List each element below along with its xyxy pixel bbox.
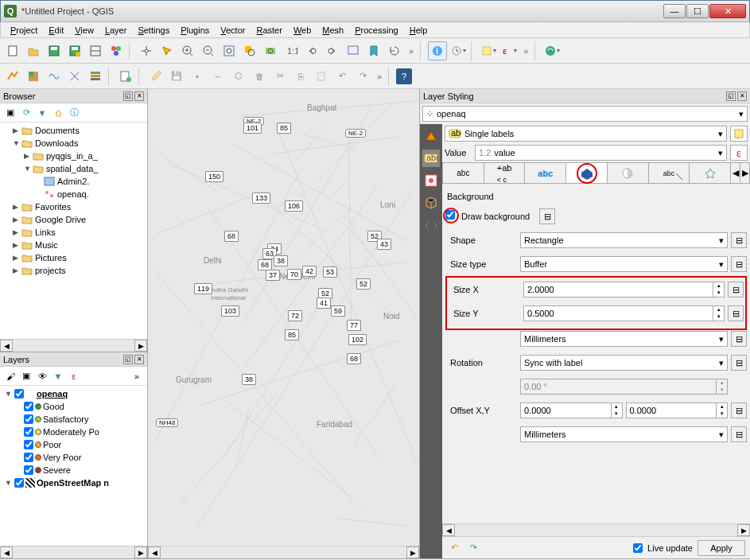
layers-hscroll[interactable]: ◀▶ <box>0 546 147 558</box>
layer-row[interactable]: Moderately Po <box>2 426 146 438</box>
callouts-tab[interactable]: abc <box>649 162 690 183</box>
placement-tab[interactable] <box>690 162 731 183</box>
offset-y-input[interactable]: 0.0000▴▾ <box>626 402 729 418</box>
tree-item[interactable]: ▶projects <box>2 264 146 277</box>
save-as-button[interactable] <box>65 41 84 60</box>
offset-unit-select[interactable]: Millimeters▾ <box>520 426 728 442</box>
add-wms-button[interactable] <box>86 67 105 86</box>
new-shapefile-button[interactable] <box>116 67 135 86</box>
history-tab-icon[interactable] <box>422 216 440 234</box>
layers-list[interactable]: ▼openaqGoodSatisfactoryModerately PoPoor… <box>0 386 147 546</box>
size-type-select[interactable]: Buffer▾ <box>520 256 728 272</box>
redo-button[interactable]: ↷ <box>353 67 372 86</box>
zoom-next-button[interactable] <box>323 41 342 60</box>
styling-layer-select[interactable]: ⁘ openaq ▾ <box>422 106 748 122</box>
layer-filter-icon[interactable]: ▼ <box>51 369 65 383</box>
tree-item[interactable]: ▶pyqgis_in_a_ <box>2 150 146 162</box>
zoom-last-button[interactable] <box>302 41 321 60</box>
tabs-scroll-left[interactable]: ◀ <box>731 162 740 183</box>
menu-layer[interactable]: Layer <box>100 24 132 37</box>
browser-undock-button[interactable]: ◱ <box>123 91 133 101</box>
styling-hscroll[interactable]: ◀▶ <box>442 523 750 536</box>
toolbar-overflow-1[interactable]: » <box>406 46 417 56</box>
rotation-value-input[interactable]: 0.00 °▴▾ <box>520 379 728 395</box>
layer-expand-icon[interactable]: » <box>130 369 144 383</box>
layer-row[interactable]: ▼openaq <box>2 387 146 400</box>
tabs-scroll-right[interactable]: ▶ <box>740 162 750 183</box>
rotation-mode-select[interactable]: Sync with label▾ <box>520 355 728 371</box>
redo-style-button[interactable]: ↷ <box>466 541 480 555</box>
menu-web[interactable]: Web <box>289 24 316 37</box>
menu-help[interactable]: Help <box>405 24 433 37</box>
layer-expr-icon[interactable]: ε <box>67 369 81 383</box>
style-manager-button[interactable] <box>107 41 126 60</box>
toolbar-overflow-3[interactable]: » <box>374 72 385 81</box>
tree-item[interactable]: ▶Links <box>2 226 146 239</box>
new-map-view-button[interactable] <box>344 41 363 60</box>
tree-item[interactable]: ▶Pictures <box>2 251 146 264</box>
shadow-tab[interactable] <box>608 162 649 183</box>
zoom-in-button[interactable] <box>178 41 197 60</box>
pan-selection-button[interactable] <box>157 41 177 60</box>
browser-hscroll[interactable]: ◀▶ <box>0 339 147 352</box>
collapse-icon[interactable]: ⎙ <box>51 106 65 120</box>
menu-mesh[interactable]: Mesh <box>317 24 348 37</box>
add-feature-button[interactable]: • <box>188 67 207 86</box>
move-feature-button[interactable]: ↔ <box>208 67 227 86</box>
layer-add-group-icon[interactable]: ▣ <box>19 369 33 383</box>
shape-select[interactable]: Rectangle▾ <box>520 232 728 248</box>
size-y-override[interactable]: ⊟ <box>728 305 744 321</box>
offset-override[interactable]: ⊟ <box>731 402 747 418</box>
zoom-out-button[interactable] <box>199 41 218 60</box>
menu-project[interactable]: Project <box>6 24 42 37</box>
properties-icon[interactable]: ⓘ <box>67 106 81 120</box>
tree-item[interactable]: ▶Google Drive <box>2 213 146 226</box>
layer-row[interactable]: Severe <box>2 464 146 476</box>
tree-item[interactable]: ▼Downloads <box>2 137 146 150</box>
layers-undock-button[interactable]: ◱ <box>123 355 133 364</box>
add-layer-icon[interactable]: ▣ <box>3 106 17 120</box>
layer-row[interactable]: Poor <box>2 438 146 451</box>
label-value-select[interactable]: 1.2 value ▾ <box>475 145 727 161</box>
offset-unit-override[interactable]: ⊟ <box>731 426 747 442</box>
text-tab[interactable]: abc <box>442 162 484 183</box>
layer-style-icon[interactable]: 🖌 <box>3 369 17 383</box>
add-delimited-button[interactable] <box>65 67 84 86</box>
size-x-override[interactable]: ⊟ <box>728 282 744 298</box>
bookmark-button[interactable] <box>364 41 383 60</box>
add-raster-button[interactable] <box>24 67 43 86</box>
refresh-icon[interactable]: ⟳ <box>19 106 33 120</box>
rotation-override[interactable]: ⊟ <box>731 355 747 371</box>
apply-button[interactable]: Apply <box>698 540 745 556</box>
masks-tab-icon[interactable] <box>422 172 440 189</box>
buffer-tab[interactable]: abc <box>525 162 566 183</box>
zoom-native-button[interactable]: 1:1 <box>282 41 301 60</box>
browser-close-button[interactable]: ✕ <box>134 91 144 101</box>
vertex-tool-button[interactable]: ⬡ <box>229 67 248 86</box>
select-expr-button[interactable]: ε▾ <box>499 41 519 60</box>
styling-close-button[interactable]: ✕ <box>737 91 747 101</box>
layer-visibility-icon[interactable]: 👁 <box>35 369 49 383</box>
layer-row[interactable]: Satisfactory <box>2 413 146 426</box>
3d-tab-icon[interactable] <box>422 194 440 212</box>
size-unit-select[interactable]: Millimeters▾ <box>520 331 728 347</box>
edit-button[interactable] <box>146 67 165 86</box>
labels-tab-icon[interactable]: abc <box>422 150 440 167</box>
expression-button[interactable]: ε <box>730 145 748 161</box>
close-button[interactable]: ✕ <box>709 4 746 18</box>
save-edits-button[interactable]: 💾 <box>167 67 186 86</box>
plugin-button[interactable]: ▾ <box>542 41 562 60</box>
tree-item[interactable]: ▶Favorites <box>2 200 146 213</box>
offset-x-input[interactable]: 0.0000▴▾ <box>520 402 623 418</box>
delete-button[interactable]: 🗑 <box>250 67 269 86</box>
layers-close-button[interactable]: ✕ <box>134 355 144 364</box>
copy-button[interactable]: ⎘ <box>291 67 310 86</box>
action-button[interactable]: ▾ <box>449 41 468 60</box>
labeling-mode-select[interactable]: abc Single labels ▾ <box>445 126 727 142</box>
shape-override[interactable]: ⊟ <box>731 232 747 248</box>
formatting-tab[interactable]: +ab< c <box>484 162 526 183</box>
tree-item[interactable]: Admin2. <box>2 175 146 188</box>
zoom-full-button[interactable] <box>220 41 239 60</box>
toolbar-overflow-2[interactable]: » <box>520 46 531 56</box>
styling-undock-button[interactable]: ◱ <box>726 91 736 101</box>
